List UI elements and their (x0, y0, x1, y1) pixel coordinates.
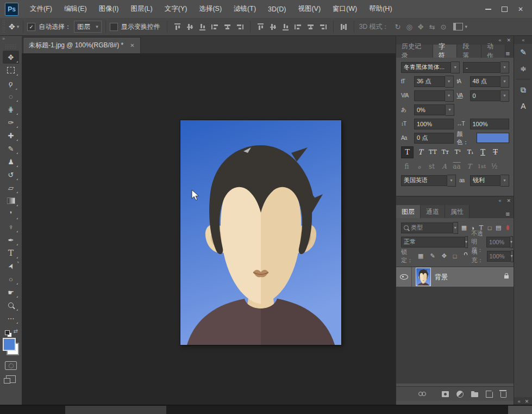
tsume-field[interactable]: 0% (414, 104, 446, 115)
marquee-tool[interactable] (3, 64, 19, 77)
healing-brush-tool[interactable]: ✚ (3, 129, 19, 142)
stylistic-alternates-button[interactable]: A (439, 162, 450, 171)
language-field[interactable]: 美国英语 (401, 175, 447, 186)
menu-view[interactable]: 视图(V) (292, 0, 327, 18)
lasso-tool[interactable]: ϙ (2, 76, 20, 91)
move-tool[interactable]: ✥ (3, 51, 19, 64)
auto-select-target-dropdown[interactable]: 图层 ▾ (74, 21, 102, 33)
options-grip[interactable] (2, 20, 5, 33)
opacity-field[interactable]: 100% (486, 237, 510, 248)
tab-channels[interactable]: 通道 (421, 205, 445, 218)
quick-mask-button[interactable] (5, 361, 17, 370)
panel-close-icon[interactable]: ✕ (506, 198, 511, 203)
tool-preset-chevron-icon[interactable]: ▾ (17, 24, 20, 29)
distribute-left-edges-icon[interactable] (294, 23, 302, 30)
distribute-spacing-icon[interactable] (340, 23, 348, 30)
edit-toolbar-button[interactable]: ⋯ (3, 312, 19, 325)
auto-select-checkbox[interactable]: ✓ (27, 23, 35, 31)
link-layers-icon[interactable] (418, 392, 427, 396)
panel-menu-icon[interactable]: ≡ (505, 210, 514, 218)
align-vertical-centers-icon[interactable] (186, 23, 194, 30)
baseline-shift-field[interactable]: 0 点 (414, 133, 454, 144)
3d-roll-icon[interactable]: ◎ (406, 23, 412, 31)
vertical-scale-field[interactable]: 100% (414, 119, 454, 129)
leading-field[interactable]: 48 点 (470, 76, 501, 87)
align-horizontal-centers-icon[interactable] (223, 23, 231, 30)
opacity-chevron-icon[interactable]: ▾ (510, 236, 513, 248)
ligatures-button[interactable]: fi (401, 162, 412, 171)
align-top-edges-icon[interactable] (173, 23, 181, 30)
menu-help[interactable]: 帮助(H) (363, 0, 398, 18)
distribute-vertical-centers-icon[interactable] (269, 23, 277, 30)
ordinals-button[interactable]: 1st (476, 162, 487, 171)
font-size-chevron-icon[interactable]: ▾ (445, 76, 454, 88)
anti-alias-field[interactable]: 锐利 (470, 175, 500, 186)
horizontal-scale-field[interactable]: 100% (470, 119, 510, 129)
brush-tool[interactable]: ✎ (3, 142, 19, 155)
strikethrough-button[interactable]: T (490, 147, 501, 158)
filter-chevron-icon[interactable]: ▾ (453, 222, 458, 234)
distribute-right-edges-icon[interactable] (319, 23, 327, 30)
leading-chevron-icon[interactable]: ▾ (500, 76, 509, 88)
lock-image-pixels-icon[interactable]: ✎ (430, 252, 435, 259)
lock-position-icon[interactable]: ✥ (442, 252, 447, 259)
filter-pixel-layers-icon[interactable]: ▦ (461, 223, 467, 232)
workspace-chevron-icon[interactable]: ▾ (465, 24, 467, 29)
document-tab[interactable]: 未标题-1.jpg @ 100%(RGB/8#) * ✕ (23, 37, 141, 53)
panel-menu-icon[interactable]: ≡ (505, 50, 514, 58)
discretionary-ligatures-button[interactable]: st (426, 162, 437, 171)
tracking-chevron-icon[interactable]: ▾ (500, 90, 509, 102)
filter-shape-layers-icon[interactable]: □ (487, 223, 492, 232)
distribute-bottom-edges-icon[interactable] (281, 23, 290, 30)
tsume-chevron-icon[interactable]: ▾ (446, 104, 454, 116)
contextual-alternates-button[interactable]: aa (451, 162, 462, 171)
eraser-tool[interactable]: ▱ (3, 181, 19, 194)
font-size-field[interactable]: 36 点 (414, 76, 445, 87)
zoom-tool[interactable] (3, 299, 19, 312)
kerning-field[interactable] (414, 90, 445, 101)
menu-file[interactable]: 文件(F) (24, 0, 58, 18)
tab-layers[interactable]: 图层 (396, 205, 421, 218)
tab-properties[interactable]: 属性 (445, 205, 470, 218)
underline-button[interactable]: T (477, 147, 489, 158)
blend-mode-field[interactable]: 正常 (401, 237, 465, 248)
swap-colors-icon[interactable]: ⇄ (14, 328, 18, 334)
menu-image[interactable]: 图像(I) (93, 0, 125, 18)
subscript-button[interactable]: T₁ (465, 147, 476, 158)
close-button[interactable]: ✕ (512, 3, 529, 15)
ellipse-tool[interactable]: ○ (3, 273, 19, 286)
minimize-button[interactable] (480, 3, 496, 15)
distribute-top-edges-icon[interactable] (256, 23, 265, 30)
layer-thumbnail[interactable] (416, 268, 430, 286)
layer-comps-panel-icon[interactable]: ⧉ (514, 82, 532, 98)
clone-stamp-tool[interactable]: ♟ (3, 155, 19, 168)
filter-kind-value[interactable]: 类型 (411, 224, 423, 232)
kerning-chevron-icon[interactable]: ▾ (445, 90, 454, 102)
layer-visibility-toggle[interactable] (396, 267, 412, 287)
crop-tool[interactable]: ⋕ (3, 103, 19, 116)
fractions-button[interactable]: ½ (489, 162, 500, 171)
distribute-horizontal-centers-icon[interactable] (306, 23, 315, 30)
foreground-color-swatch[interactable] (3, 338, 16, 351)
new-layer-icon[interactable] (486, 391, 493, 398)
align-left-edges-icon[interactable] (211, 23, 219, 30)
tools-grip[interactable] (5, 44, 17, 48)
font-family-chevron-icon[interactable]: ▾ (451, 61, 460, 73)
canvas-pasteboard[interactable] (22, 53, 396, 405)
3d-slide-icon[interactable]: ⇆ (429, 23, 435, 31)
font-style-field[interactable]: - (463, 62, 500, 73)
tab-actions[interactable]: 动作 (481, 45, 505, 58)
3d-orbit-icon[interactable]: ↻ (395, 23, 400, 31)
history-brush-tool[interactable]: ↺ (3, 168, 19, 181)
dodge-tool[interactable]: ♀ (3, 220, 19, 233)
brush-settings-panel-icon[interactable]: ≑ (514, 60, 532, 77)
panel-close-icon[interactable]: ✕ (506, 38, 511, 43)
fill-field[interactable]: 100% (487, 251, 511, 262)
tab-paragraph[interactable]: 段落 (457, 45, 481, 58)
adjustment-layer-icon[interactable] (456, 391, 464, 398)
swash-button[interactable]: ℴ (414, 162, 425, 171)
3d-zoom-icon[interactable]: ⊙ (441, 23, 447, 31)
blend-mode-chevron-icon[interactable]: ▾ (465, 236, 468, 248)
tools-collapse-button[interactable]: » (0, 36, 22, 44)
panel-collapse-icon[interactable]: « (498, 198, 501, 203)
